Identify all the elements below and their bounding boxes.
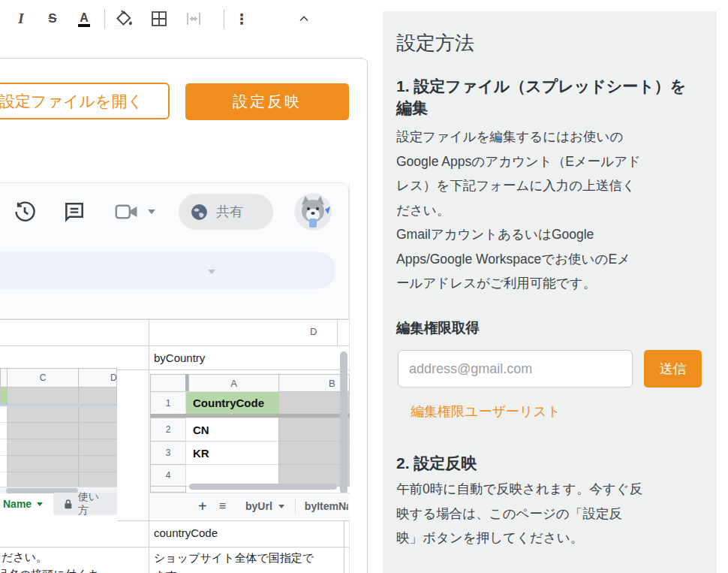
step2-line: 映する場合は、このページの「設定反 bbox=[396, 502, 708, 526]
mini-right-rownum: 4 bbox=[150, 464, 186, 487]
mini-left-locked-tab-label: 使い方 bbox=[78, 490, 107, 517]
add-sheet-icon[interactable]: + bbox=[198, 498, 207, 515]
mini-right-rownum: 1 bbox=[150, 391, 186, 415]
share-label: 共有 bbox=[216, 203, 243, 221]
version-history-icon[interactable] bbox=[11, 198, 39, 226]
email-input[interactable] bbox=[398, 350, 633, 388]
step2-line: 午前0時に自動で反映されます。今すぐ反 bbox=[396, 477, 708, 502]
more-options-icon[interactable]: ⋮ bbox=[231, 0, 252, 38]
formatting-toolbar bbox=[0, 252, 336, 289]
step1-line: GmailアカウントあるいはGoogle bbox=[396, 222, 708, 247]
borders-icon[interactable] bbox=[148, 0, 170, 38]
mini-right-corner bbox=[150, 374, 186, 392]
step2-line: 映」ボタンを押してください。 bbox=[396, 526, 708, 550]
mini-left-active-tab[interactable]: Name bbox=[3, 498, 43, 510]
step1-body: 設定ファイルを編集するにはお使いの Google Appsのアカウント（Eメール… bbox=[396, 125, 708, 296]
permission-heading: 編集権限取得 bbox=[396, 318, 480, 337]
gridline bbox=[0, 319, 349, 320]
cell-description-left[interactable]: ださい。 品名の接頭に付くキー bbox=[2, 548, 146, 573]
desc-left-line1: ださい。 bbox=[2, 548, 146, 565]
mini-right-rownum: 2 bbox=[150, 418, 186, 442]
lock-icon bbox=[64, 499, 73, 510]
gridline bbox=[0, 345, 349, 346]
globe-icon bbox=[190, 203, 209, 222]
mini-left-tabbar: Name 使い方 bbox=[0, 493, 117, 514]
cell-country-code[interactable]: countryCode bbox=[154, 526, 218, 539]
gridline bbox=[149, 319, 149, 573]
tab-dropdown-icon bbox=[278, 505, 284, 508]
step1-heading-line1: 1. 設定ファイル（スプレッドシート）を bbox=[396, 75, 705, 97]
mini-left-locked-tab[interactable]: 使い方 bbox=[53, 493, 117, 515]
mini-sheet-left: C D Name 使い方 bbox=[0, 368, 117, 522]
step1-line: Apps/Google Workspaceでお使いのEメ bbox=[396, 247, 708, 272]
mini-right-col-b: B bbox=[278, 374, 350, 392]
tab-by-url[interactable]: byUrl bbox=[245, 500, 284, 512]
mini-right-row5-clipped bbox=[150, 486, 186, 493]
tab-divider bbox=[295, 499, 296, 514]
mini-left-gray-cell bbox=[7, 387, 79, 405]
all-sheets-icon[interactable]: ≡ bbox=[219, 499, 226, 513]
toolbar-divider bbox=[104, 9, 105, 29]
video-camera-icon[interactable] bbox=[113, 200, 143, 224]
desc-right-line2: ます bbox=[154, 566, 344, 573]
mini-left-active-tab-label: Name bbox=[3, 498, 32, 510]
mini-right-col-a: A bbox=[188, 374, 279, 392]
gridline bbox=[0, 547, 349, 547]
merge-cells-icon[interactable] bbox=[182, 0, 205, 38]
open-settings-file-button[interactable]: 設定ファイルを開く bbox=[0, 83, 170, 119]
tab-dropdown-icon bbox=[37, 502, 43, 506]
mini-right-gray-cell bbox=[278, 391, 350, 415]
step2-heading: 2. 設定反映 bbox=[396, 452, 705, 474]
merge-dropdown-icon[interactable] bbox=[207, 268, 216, 276]
submit-button[interactable]: 送信 bbox=[644, 350, 702, 388]
panel-title: 設定方法 bbox=[396, 30, 474, 56]
apply-settings-button[interactable]: 設定反映 bbox=[185, 83, 349, 120]
tab-by-item[interactable]: byItemName bbox=[305, 500, 348, 512]
gridline bbox=[78, 406, 79, 487]
mini-right-gray-cell bbox=[278, 418, 350, 442]
tab-by-url-label: byUrl bbox=[245, 500, 272, 512]
outer-column-header-d[interactable]: D bbox=[310, 326, 317, 337]
mini-sheet-right: A B 1 CountryCode 2 CN 3 KR 4 + ≡ byUrl … bbox=[150, 372, 350, 519]
mini-right-rownum: 3 bbox=[150, 441, 186, 465]
gridline bbox=[337, 319, 338, 345]
mini-right-vscrollbar[interactable] bbox=[340, 351, 347, 494]
strikethrough-icon[interactable]: S bbox=[42, 0, 63, 38]
mini-right-gray-cell bbox=[278, 441, 350, 465]
cell-kr[interactable]: KR bbox=[185, 441, 279, 465]
step1-heading: 1. 設定ファイル（スプレッドシート）を 編集 bbox=[396, 75, 705, 119]
cell-description-right[interactable]: ショップサイト全体で国指定で ます bbox=[154, 549, 344, 573]
collapse-toolbar-icon[interactable] bbox=[293, 0, 315, 38]
mini-left-gray-cell bbox=[78, 387, 117, 405]
step2-body: 午前0時に自動で反映されます。今すぐ反 映する場合は、このページの「設定反 映」… bbox=[396, 477, 708, 550]
cell-cn[interactable]: CN bbox=[185, 418, 279, 442]
desc-right-line1: ショップサイト全体で国指定で bbox=[154, 549, 344, 566]
permission-user-list-link[interactable]: 編集権限ユーザーリスト bbox=[411, 403, 561, 421]
mini-left-row-headers bbox=[0, 406, 7, 487]
step1-line: ールアドレスがご利用可能です。 bbox=[396, 271, 708, 296]
toolbar-divider bbox=[224, 9, 224, 29]
cell-countrycode-header[interactable]: CountryCode bbox=[185, 391, 279, 415]
step1-heading-line2: 編集 bbox=[396, 97, 705, 119]
user-avatar[interactable] bbox=[294, 193, 332, 231]
mini-right-hscrollbar[interactable] bbox=[185, 483, 339, 490]
step1-line: ださい。 bbox=[396, 198, 708, 223]
cell-by-country[interactable]: byCountry bbox=[154, 351, 205, 364]
page: 設定ファイルを開く 設定反映 共有 bbox=[0, 0, 728, 573]
mini-left-col-c: C bbox=[7, 368, 79, 388]
italic-icon[interactable]: I bbox=[11, 0, 32, 38]
step1-line: Google Appsのアカウント（Eメールアド bbox=[396, 149, 708, 174]
mini-left-gray-rows bbox=[7, 406, 117, 487]
camera-dropdown-icon[interactable] bbox=[147, 208, 156, 216]
text-color-icon[interactable]: A bbox=[74, 0, 95, 38]
comments-icon[interactable] bbox=[60, 198, 89, 226]
gridline bbox=[344, 520, 344, 573]
step1-line: レス）を下記フォームに入力の上送信く bbox=[396, 173, 708, 198]
step1-line: 設定ファイルを編集するにはお使いの bbox=[396, 125, 708, 149]
share-button[interactable]: 共有 bbox=[179, 194, 273, 230]
fill-color-icon[interactable] bbox=[113, 0, 135, 38]
desc-left-line2: 品名の接頭に付くキー bbox=[2, 565, 146, 573]
mini-right-tabbar: + ≡ byUrl byItemName bbox=[150, 493, 350, 519]
mini-left-col-d: D bbox=[78, 368, 117, 388]
